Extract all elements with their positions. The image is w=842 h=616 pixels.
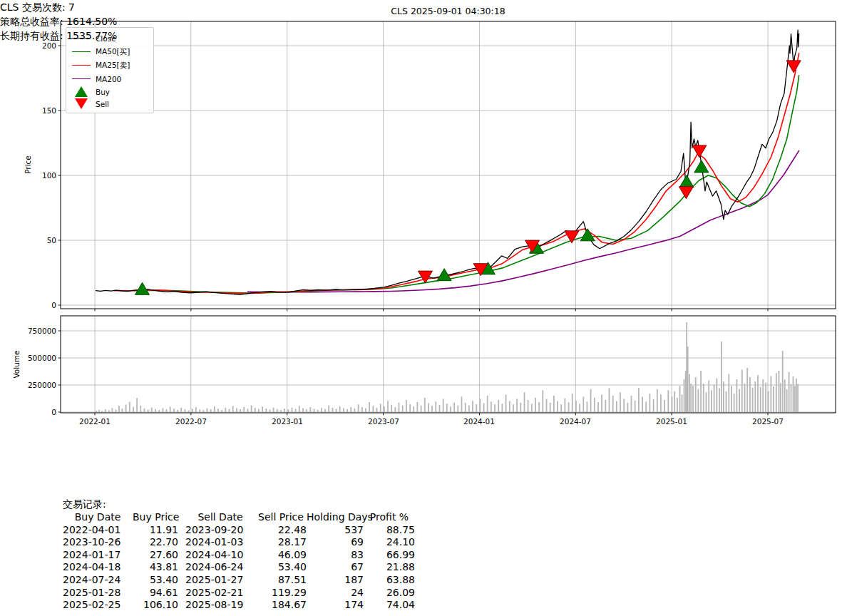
trade-cell: 2024-04-10 xyxy=(178,549,255,560)
volume-bar xyxy=(650,394,651,412)
volume-bar xyxy=(243,407,245,412)
volume-bar xyxy=(677,398,678,412)
legend-label: Buy xyxy=(96,88,110,96)
volume-bar xyxy=(217,409,219,412)
volume-bar xyxy=(336,409,337,412)
volume-bar xyxy=(133,407,134,412)
trade-cell: 26.09 xyxy=(364,587,415,598)
volume-bar xyxy=(343,409,344,413)
volume-bar xyxy=(292,408,293,412)
volume-bar xyxy=(140,406,141,412)
volume-bar xyxy=(719,388,720,412)
volume-bar xyxy=(502,404,503,412)
volume-bar xyxy=(711,390,712,412)
x-tick-label: 2024-07 xyxy=(554,416,597,426)
volume-bar xyxy=(402,406,404,412)
legend-label: MA50[买] xyxy=(96,47,130,57)
trade-row: 2024-07-2453.402025-01-2787.5118763.88 xyxy=(63,574,415,587)
trade-table: Buy DateBuy PriceSell DateSell PriceHold… xyxy=(63,511,415,612)
volume-bar xyxy=(782,351,784,412)
volume-bar xyxy=(232,406,234,412)
volume-bar xyxy=(531,404,533,412)
volume-bar xyxy=(723,381,724,412)
price-series xyxy=(96,30,799,294)
volume-bar xyxy=(108,410,110,412)
ma25-line-swatch xyxy=(72,65,91,66)
ma50-line xyxy=(133,76,799,293)
volume-bar xyxy=(144,409,145,412)
volume-bar xyxy=(450,406,451,412)
volume-bar xyxy=(731,386,732,412)
volume-bar xyxy=(546,399,548,413)
trade-cell: 27.60 xyxy=(133,549,178,560)
volume-bar xyxy=(638,388,640,412)
volume-bar xyxy=(700,371,702,412)
trade-row: 2022-04-0111.912023-09-2022.4853788.75 xyxy=(63,524,415,537)
volume-bar xyxy=(376,408,378,412)
volume-bar xyxy=(476,404,477,412)
volume-bar xyxy=(96,411,97,412)
volume-bar xyxy=(453,403,455,412)
volume-bar xyxy=(421,406,422,412)
volume-bar xyxy=(590,389,592,412)
volume-bar xyxy=(797,384,799,413)
volume-bar xyxy=(786,389,788,412)
volume-bar xyxy=(101,411,103,412)
volume-bar xyxy=(612,396,614,412)
volume-bar xyxy=(483,404,485,413)
volume-bar xyxy=(192,409,193,412)
volume-bars xyxy=(96,322,799,412)
volume-bar xyxy=(601,394,602,412)
volume-bar xyxy=(760,387,761,412)
trade-col-header: Holding Days xyxy=(307,511,364,523)
trade-cell: 53.40 xyxy=(255,561,307,573)
volume-bar xyxy=(513,404,514,412)
volume-bar xyxy=(358,404,359,412)
volume-bar xyxy=(568,402,570,412)
volume-bar xyxy=(361,407,363,412)
volume-bar xyxy=(112,408,113,412)
volume-bar xyxy=(129,402,130,412)
trade-cell: 28.17 xyxy=(255,536,307,548)
sell-marker xyxy=(786,61,801,73)
volume-bar xyxy=(771,376,772,413)
volume-bar xyxy=(166,409,168,412)
trade-cell: 63.88 xyxy=(364,574,415,585)
volume-bar xyxy=(776,373,777,412)
volume-bar xyxy=(158,410,160,412)
volume-bar xyxy=(672,396,673,412)
sell-marker xyxy=(565,231,579,243)
volume-bar xyxy=(726,391,727,412)
price-tick-label: 100 xyxy=(25,170,56,180)
volume-bar xyxy=(728,374,729,413)
volume-bar xyxy=(424,398,426,412)
volume-bar xyxy=(151,408,153,412)
buy-marker xyxy=(679,175,694,188)
trade-row: 2025-01-2894.612025-02-21119.292426.09 xyxy=(63,587,415,600)
volume-bar xyxy=(273,408,274,412)
trade-cell: 21.88 xyxy=(364,561,415,573)
volume-bar xyxy=(255,408,256,412)
volume-bar xyxy=(679,386,681,412)
volume-bar xyxy=(306,409,307,412)
trade-table-header: Buy DateBuy PriceSell DateSell PriceHold… xyxy=(63,511,415,524)
volume-bar xyxy=(251,406,252,412)
trade-row: 2025-02-25106.102025-08-19184.6717474.04 xyxy=(63,599,415,612)
trade-cell: 2025-01-28 xyxy=(63,587,133,598)
volume-bar xyxy=(739,389,740,412)
volume-bar xyxy=(631,396,632,412)
trade-cell: 2025-08-19 xyxy=(178,599,255,610)
volume-bar xyxy=(395,407,396,412)
volume-bar xyxy=(258,409,260,412)
volume-bar xyxy=(480,399,481,413)
legend-label: MA25[卖] xyxy=(96,61,130,71)
volume-bar xyxy=(163,409,164,413)
ma200-line xyxy=(247,150,799,292)
volume-tick-label: 750000 xyxy=(25,326,56,336)
trade-col-header: Sell Date xyxy=(178,511,255,523)
trade-col-header: Sell Price xyxy=(255,511,307,523)
volume-bar xyxy=(535,398,536,412)
volume-bar xyxy=(210,409,212,412)
volume-bar xyxy=(784,379,786,412)
volume-bar xyxy=(587,401,588,412)
